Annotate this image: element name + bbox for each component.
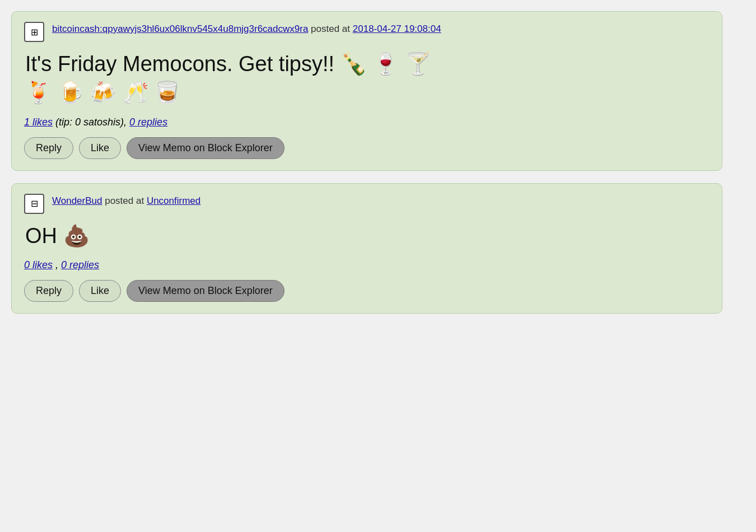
post-content-line1-2: OH 💩 — [25, 222, 708, 250]
post-header-1: ⊞ bitcoincash:qpyawyjs3hl6ux06lknv545x4u… — [24, 22, 710, 42]
post-timestamp-link-2[interactable]: Unconfirmed — [147, 195, 200, 206]
like-button-1[interactable]: Like — [79, 137, 121, 159]
reply-button-2[interactable]: Reply — [24, 280, 73, 302]
post-card-2: ⊟ WonderBud posted at Unconfirmed OH 💩 0… — [11, 183, 722, 314]
post-avatar-icon-1: ⊞ — [24, 22, 44, 42]
post-tip-label-1: (tip: 0 satoshis), — [55, 116, 129, 128]
post-stats-2: 0 likes , 0 replies — [24, 259, 710, 271]
post-avatar-icon-2: ⊟ — [24, 194, 44, 214]
post-author-link-1[interactable]: bitcoincash:qpyawyjs3hl6ux06lknv545x4u8m… — [52, 24, 308, 34]
post-content-2: OH 💩 — [24, 222, 710, 250]
post-actions-2: Reply Like View Memo on Block Explorer — [24, 280, 710, 302]
post-stats-1: 1 likes (tip: 0 satoshis), 0 replies — [24, 116, 710, 128]
post-header-text-1: bitcoincash:qpyawyjs3hl6ux06lknv545x4u8m… — [52, 22, 710, 36]
post-content-1: It's Friday Memocons. Get tipsy!! 🍾 🍷 🍸 … — [24, 50, 710, 108]
post-header-2: ⊟ WonderBud posted at Unconfirmed — [24, 194, 710, 214]
post-timestamp-link-1[interactable]: 2018-04-27 19:08:04 — [353, 24, 441, 34]
post-likes-link-1[interactable]: 1 likes — [24, 116, 53, 128]
post-replies-link-1[interactable]: 0 replies — [129, 116, 167, 128]
explorer-button-2[interactable]: View Memo on Block Explorer — [127, 280, 284, 302]
reply-button-1[interactable]: Reply — [24, 137, 73, 159]
post-likes-link-2[interactable]: 0 likes — [24, 259, 53, 270]
post-content-line1-1: It's Friday Memocons. Get tipsy!! 🍾 🍷 🍸 — [25, 50, 708, 78]
post-actions-1: Reply Like View Memo on Block Explorer — [24, 137, 710, 159]
post-author-link-2[interactable]: WonderBud — [52, 195, 102, 206]
post-header-text-2: WonderBud posted at Unconfirmed — [52, 194, 710, 208]
post-card-1: ⊞ bitcoincash:qpyawyjs3hl6ux06lknv545x4u… — [11, 11, 722, 171]
explorer-button-1[interactable]: View Memo on Block Explorer — [127, 137, 284, 159]
post-posted-label-1: posted at — [311, 24, 353, 34]
post-content-line2-1: 🍹 🍺 🍻 🥂 🥃 — [25, 78, 708, 107]
post-posted-label-2: posted at — [105, 195, 147, 206]
like-button-2[interactable]: Like — [79, 280, 121, 302]
post-replies-link-2[interactable]: 0 replies — [61, 259, 99, 270]
post-stat-separator-2: , — [55, 259, 61, 270]
